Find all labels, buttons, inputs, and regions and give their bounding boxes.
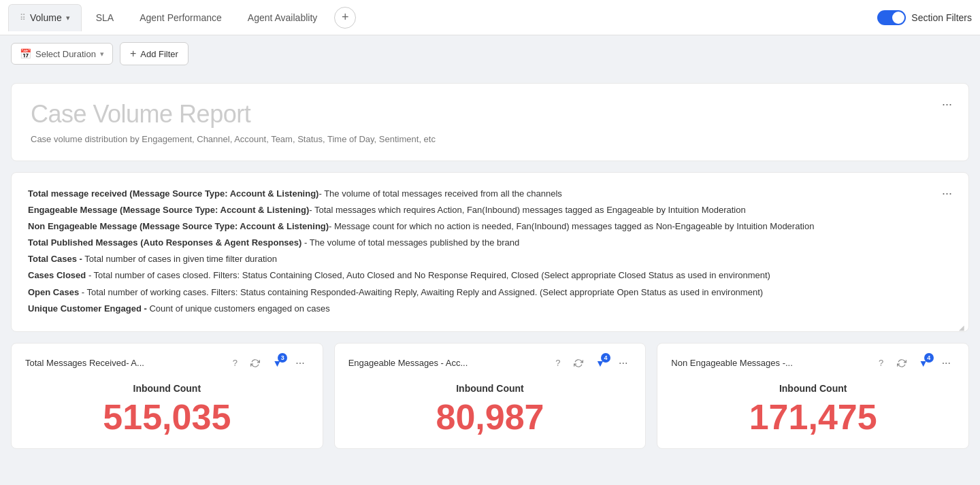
drag-icon: ⠿ (20, 13, 26, 22)
tab-agent-performance[interactable]: Agent Performance (128, 4, 233, 31)
metric-card-engageable-title: Engageable Messages - Acc... (348, 358, 545, 368)
metric-card-total-messages: Total Messages Received- A... ? ▼ 3 ··· … (11, 343, 323, 449)
tab-bar-left: ⠿ Volume ▾ SLA Agent Performance Agent A… (8, 4, 875, 31)
metric-card-engageable-header: Engageable Messages - Acc... ? ▼ 4 ··· (348, 354, 632, 372)
refresh-icon-button[interactable] (571, 356, 586, 371)
add-filter-button[interactable]: + Add Filter (120, 42, 189, 65)
tab-agent-availability-label: Agent Availablity (248, 12, 317, 23)
toggle-slider (877, 10, 906, 25)
metric-value: 515,035 (25, 399, 309, 435)
filter-badge: 4 (924, 353, 934, 363)
report-subtitle: Case volume distribution by Engagement, … (31, 134, 949, 144)
metric-card-engageable: Engageable Messages - Acc... ? ▼ 4 ··· I… (334, 343, 647, 449)
refresh-icon-button[interactable] (894, 356, 909, 371)
filter-badge: 3 (278, 353, 287, 363)
tab-sla[interactable]: SLA (84, 4, 125, 31)
refresh-icon-button[interactable] (248, 356, 263, 371)
refresh-icon (250, 358, 260, 368)
chevron-down-icon: ▾ (100, 50, 104, 58)
metric-inbound-label: Inbound Count (671, 383, 955, 394)
refresh-icon (897, 358, 906, 368)
tab-volume-label: Volume (30, 12, 62, 23)
report-title: Case Volume Report (31, 100, 949, 129)
tab-bar-right: Section Filters (877, 10, 972, 25)
add-tab-button[interactable]: + (334, 7, 356, 29)
filter-badge: 4 (601, 353, 610, 363)
filter-badge-button[interactable]: ▼ 3 (268, 354, 286, 372)
metric-card-total-messages-title: Total Messages Received- A... (25, 358, 222, 368)
main-content: Case Volume Report Case volume distribut… (0, 72, 980, 460)
select-duration-button[interactable]: 📅 Select Duration ▾ (11, 43, 113, 65)
section-filters-toggle: Section Filters (877, 10, 972, 25)
metric-cards-row: Total Messages Received- A... ? ▼ 3 ··· … (11, 343, 969, 449)
tab-agent-performance-label: Agent Performance (140, 12, 222, 23)
tab-sla-label: SLA (96, 12, 114, 23)
report-card-menu-button[interactable]: ··· (936, 95, 958, 114)
info-card-menu-button[interactable]: ··· (936, 184, 958, 203)
resize-handle[interactable]: ◢ (959, 322, 966, 329)
info-item-total-cases: Total Cases - Total number of cases in g… (28, 252, 952, 267)
info-item-non-engageable: Non Engageable Message (Message Source T… (28, 219, 952, 234)
calendar-icon: 📅 (20, 48, 31, 59)
filter-badge-button[interactable]: ▼ 4 (591, 354, 609, 372)
filter-badge-button[interactable]: ▼ 4 (915, 354, 932, 372)
info-item-published: Total Published Messages (Auto Responses… (28, 235, 952, 250)
filter-bar: 📅 Select Duration ▾ + Add Filter (0, 35, 980, 72)
case-volume-report-card: Case Volume Report Case volume distribut… (11, 83, 969, 161)
metric-card-non-engageable-title: Non Engageable Messages -... (671, 358, 868, 368)
more-options-button[interactable]: ··· (938, 356, 955, 371)
info-item-cases-closed: Cases Closed - Total number of cases clo… (28, 268, 952, 283)
metric-card-total-messages-header: Total Messages Received- A... ? ▼ 3 ··· (25, 354, 309, 372)
metric-inbound-label: Inbound Count (25, 383, 309, 394)
chevron-down-icon: ▾ (66, 14, 70, 22)
refresh-icon (574, 358, 583, 368)
help-icon-button[interactable]: ? (874, 356, 889, 371)
more-options-button[interactable]: ··· (615, 356, 632, 371)
metric-card-non-engageable: Non Engageable Messages -... ? ▼ 4 ··· I… (657, 343, 969, 449)
info-card: ··· Total message received (Message Sour… (11, 172, 969, 332)
tab-volume[interactable]: ⠿ Volume ▾ (8, 4, 82, 31)
select-duration-label: Select Duration (35, 49, 96, 59)
plus-icon: + (342, 10, 349, 24)
add-filter-label: Add Filter (140, 49, 178, 59)
metric-inbound-label: Inbound Count (348, 383, 632, 394)
info-item-open-cases: Open Cases - Total number of working cas… (28, 285, 952, 300)
help-icon-button[interactable]: ? (551, 356, 566, 371)
info-item-total-message: Total message received (Message Source T… (28, 186, 952, 201)
toggle-switch[interactable] (877, 10, 906, 25)
metric-card-non-engageable-header: Non Engageable Messages -... ? ▼ 4 ··· (671, 354, 955, 372)
metric-value: 80,987 (348, 399, 632, 435)
tab-agent-availability[interactable]: Agent Availablity (236, 4, 329, 31)
info-item-engageable: Engageable Message (Message Source Type:… (28, 203, 952, 218)
tab-bar: ⠿ Volume ▾ SLA Agent Performance Agent A… (0, 0, 980, 35)
help-icon-button[interactable]: ? (227, 356, 242, 371)
plus-icon: + (130, 48, 136, 60)
info-item-unique-customer: Unique Customer Engaged - Count of uniqu… (28, 301, 952, 316)
more-options-button[interactable]: ··· (291, 356, 308, 371)
section-filters-label: Section Filters (911, 12, 972, 23)
metric-value: 171,475 (671, 399, 955, 435)
